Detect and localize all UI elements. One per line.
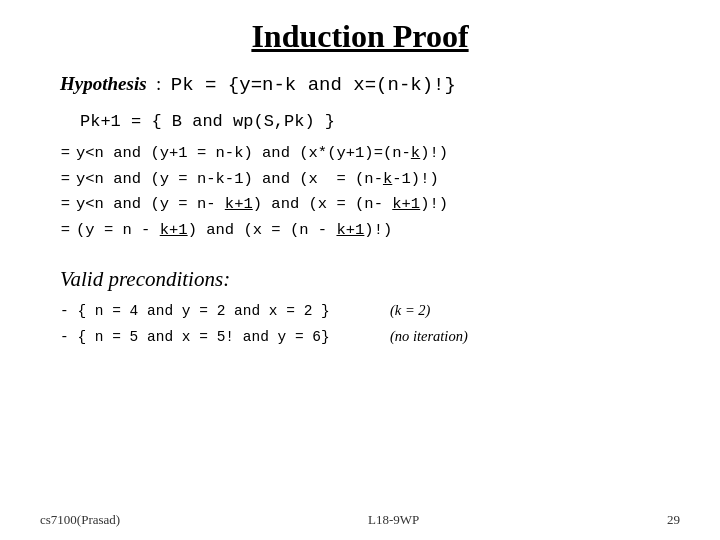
- valid-title: Valid preconditions:: [60, 267, 680, 292]
- valid-lines: - { n = 4 and y = 2 and x = 2 } (k = 2) …: [60, 298, 680, 349]
- valid-row-1: - { n = 4 and y = 2 and x = 2 } (k = 2): [60, 298, 680, 324]
- valid-code-1: - { n = 4 and y = 2 and x = 2 }: [60, 299, 390, 324]
- hypothesis-label: Hypothesis: [60, 73, 147, 94]
- valid-comment-2: (no iteration): [390, 324, 468, 349]
- proof-line-1: = y<n and (y+1 = n-k) and (x*(y+1)=(n-k)…: [48, 141, 680, 167]
- valid-comment-1: (k = 2): [390, 298, 430, 323]
- page: Induction Proof Hypothesis : Pk = {y=n-k…: [0, 0, 720, 540]
- proof-line-3: = y<n and (y = n- k+1) and (x = (n- k+1)…: [48, 192, 680, 218]
- footer-center: L18-9WP: [368, 512, 419, 528]
- proof-line-4: = (y = n - k+1) and (x = (n - k+1)!): [48, 218, 680, 244]
- hypothesis-content: Pk = {y=n-k and x=(n-k)!}: [171, 74, 456, 96]
- eq-1: =: [48, 141, 70, 167]
- page-title: Induction Proof: [40, 18, 680, 55]
- valid-row-2: - { n = 5 and x = 5! and y = 6} (no iter…: [60, 324, 680, 350]
- proof-content-2: y<n and (y = n-k-1) and (x = (n-k-1)!): [76, 167, 439, 193]
- proof-content-1: y<n and (y+1 = n-k) and (x*(y+1)=(n-k)!): [76, 141, 448, 167]
- eq-4: =: [48, 218, 70, 244]
- proof-content-3: y<n and (y = n- k+1) and (x = (n- k+1)!): [76, 192, 448, 218]
- eq-2: =: [48, 167, 70, 193]
- proof-content-4: (y = n - k+1) and (x = (n - k+1)!): [76, 218, 392, 244]
- footer-left: cs7100(Prasad): [40, 512, 120, 528]
- footer: cs7100(Prasad) L18-9WP 29: [0, 512, 720, 528]
- hypothesis-colon: :: [151, 73, 166, 94]
- eq-3: =: [48, 192, 70, 218]
- hypothesis-line: Hypothesis : Pk = {y=n-k and x=(n-k)!}: [40, 73, 680, 96]
- valid-section: Valid preconditions: - { n = 4 and y = 2…: [40, 267, 680, 349]
- valid-code-2: - { n = 5 and x = 5! and y = 6}: [60, 325, 390, 350]
- footer-right: 29: [667, 512, 680, 528]
- pk1-line: Pk+1 = { B and wp(S,Pk) }: [40, 112, 680, 131]
- proof-line-2: = y<n and (y = n-k-1) and (x = (n-k-1)!): [48, 167, 680, 193]
- proof-lines: = y<n and (y+1 = n-k) and (x*(y+1)=(n-k)…: [40, 141, 680, 243]
